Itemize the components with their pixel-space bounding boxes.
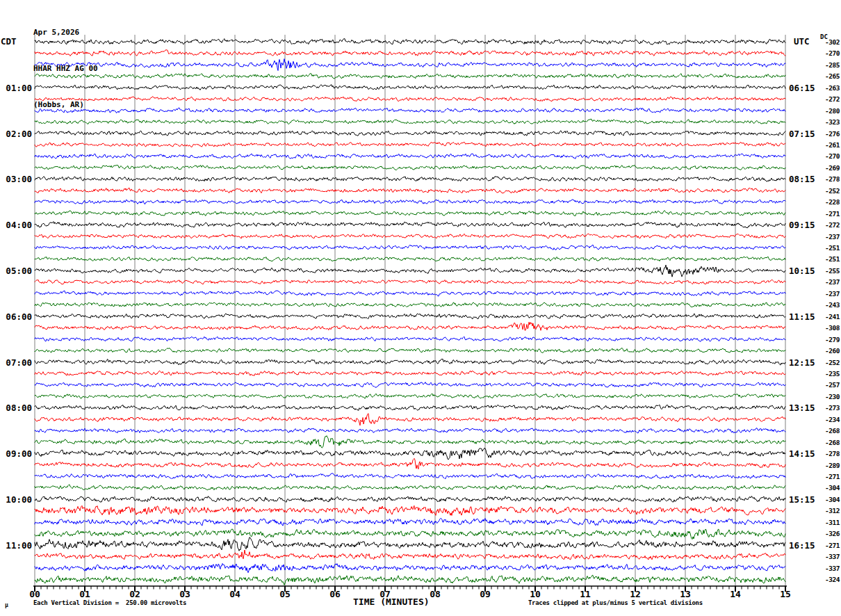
right-axis-label: UTC	[794, 36, 810, 47]
left-hour-label: 08:00	[1, 403, 32, 413]
helicorder-plot	[0, 0, 841, 616]
dc-value-label: -268	[816, 427, 840, 435]
trace-row-27	[35, 348, 785, 352]
dc-value-label: -289	[816, 462, 840, 469]
trace-row-28	[35, 359, 785, 365]
dc-value-label: -270	[816, 49, 840, 57]
left-hour-label: 07:00	[1, 357, 32, 368]
trace-row-5	[35, 97, 785, 102]
dc-value-label: -261	[816, 141, 840, 149]
dc-value-label: -252	[816, 187, 840, 195]
dc-value-label: -337	[816, 553, 840, 560]
left-hour-label: 06:00	[1, 311, 32, 322]
dc-value-label: -326	[816, 530, 840, 537]
trace-row-47	[35, 575, 785, 585]
dc-value-label: -237	[816, 233, 840, 241]
x-tick-label: 14	[721, 589, 749, 599]
trace-row-19	[35, 257, 785, 261]
dc-value-label: -235	[816, 370, 840, 378]
dc-value-label: -265	[816, 72, 840, 80]
trace-row-35	[35, 436, 785, 448]
footer-scale-note: Each Vertical Division = 250.00 microvol…	[33, 599, 186, 606]
dc-value-label: -272	[816, 221, 840, 229]
helicorder-page: Apr 5,2026 HHAR HHZ AG 00 (Hobbs, AR) CD…	[0, 0, 841, 616]
trace-row-31	[35, 394, 785, 398]
trace-row-3	[35, 74, 785, 79]
dc-value-label: -280	[816, 107, 840, 115]
trace-row-21	[35, 279, 785, 284]
left-hour-label: 05:00	[1, 266, 32, 276]
trace-row-14	[35, 200, 785, 204]
trace-row-18	[35, 245, 785, 250]
trace-row-4	[35, 85, 785, 90]
dc-value-label: -278	[816, 450, 840, 457]
trace-row-40	[35, 496, 785, 503]
dc-value-label: -273	[816, 404, 840, 412]
dc-value-label: -324	[816, 576, 840, 583]
dc-value-label: -304	[816, 496, 840, 503]
header-station: HHAR HHZ AG 00	[33, 64, 98, 74]
header-location: (Hobbs, AR)	[33, 100, 98, 110]
trace-row-42	[35, 518, 785, 526]
trace-row-44	[35, 537, 785, 551]
x-tick-label: 06	[321, 589, 349, 599]
trace-row-1	[35, 50, 785, 56]
trace-row-38	[35, 473, 785, 479]
dc-value-label: -269	[816, 164, 840, 172]
trace-row-36	[35, 448, 785, 460]
trace-row-26	[35, 337, 785, 341]
dc-value-label: -237	[816, 290, 840, 298]
dc-value-label: -255	[816, 267, 840, 275]
dc-value-label: -278	[816, 175, 840, 183]
left-hour-label: 04:00	[1, 220, 32, 230]
trace-row-13	[35, 188, 785, 193]
minute-grid-lines	[35, 35, 785, 586]
dc-value-label: -312	[816, 507, 840, 514]
dc-value-label: -241	[816, 313, 840, 321]
trace-row-12	[35, 177, 785, 181]
left-hour-label: 09:00	[1, 448, 32, 459]
dc-value-label: -323	[816, 118, 840, 126]
dc-value-label: -279	[816, 336, 840, 343]
trace-row-0	[35, 39, 785, 45]
left-hour-label: 03:00	[1, 174, 32, 184]
dc-value-label: -257	[816, 381, 840, 389]
dc-value-label: -270	[816, 152, 840, 160]
trace-row-22	[35, 291, 785, 296]
dc-value-label: -237	[816, 278, 840, 286]
trace-row-39	[35, 485, 785, 490]
left-hour-label: 01:00	[1, 83, 32, 93]
trace-row-24	[35, 314, 785, 319]
left-hour-label: 10:00	[1, 494, 32, 505]
trace-row-30	[35, 382, 785, 388]
trace-row-34	[35, 428, 785, 433]
trace-row-15	[35, 211, 785, 216]
trace-row-37	[35, 458, 785, 469]
dc-value-label: -268	[816, 439, 840, 446]
dc-value-label: -260	[816, 347, 840, 355]
x-tick-label: 12	[621, 589, 649, 599]
dc-value-label: -251	[816, 255, 840, 263]
trace-row-32	[35, 405, 785, 410]
trace-row-10	[35, 154, 785, 159]
x-tick-label: 02	[121, 589, 149, 599]
trace-row-46	[35, 564, 785, 573]
x-tick-label: 04	[221, 589, 249, 599]
dc-value-label: -271	[816, 542, 840, 549]
dc-value-label: -302	[816, 38, 840, 46]
trace-row-11	[35, 165, 785, 170]
dc-value-label: -304	[816, 484, 840, 492]
dc-value-label: -285	[816, 61, 840, 69]
x-tick-label: 13	[671, 589, 699, 599]
dc-value-label: -308	[816, 324, 840, 332]
x-tick-label: 00	[21, 589, 49, 599]
x-tick-label: 10	[521, 589, 549, 599]
trace-rows	[35, 39, 785, 585]
x-tick-label: 11	[571, 589, 599, 599]
trace-row-41	[35, 505, 785, 515]
dc-value-label: -263	[816, 84, 840, 92]
left-hour-label: 11:00	[1, 540, 32, 551]
x-axis-title: TIME (MINUTES)	[353, 597, 430, 607]
x-tick-label: 01	[71, 589, 99, 599]
dc-value-label: -234	[816, 416, 840, 423]
